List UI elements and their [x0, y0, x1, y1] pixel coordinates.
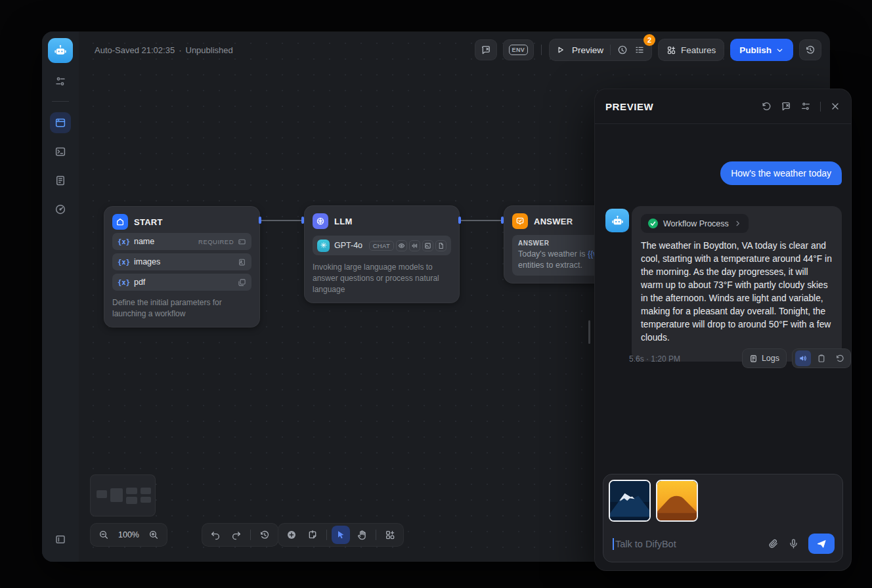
restart-conversation-icon[interactable] — [761, 101, 772, 112]
sidebar-item-logs[interactable] — [50, 170, 71, 191]
features-grid-icon — [666, 45, 676, 55]
change-history-icon[interactable] — [255, 526, 274, 544]
play-icon — [556, 45, 565, 54]
home-icon — [112, 214, 128, 230]
chat-input[interactable]: Talk to DifyBot — [615, 539, 676, 549]
start-field-name[interactable]: {x} name REQUIRED — [112, 233, 251, 250]
minimap-node — [141, 497, 151, 503]
toolbar-divider — [326, 530, 327, 540]
workflow-settings-icon[interactable] — [50, 71, 71, 92]
minimap-node — [110, 488, 123, 502]
answer-node-title: ANSWER — [534, 217, 573, 226]
answer-text-prefix: Today's weather is — [518, 249, 588, 259]
attachment-thumbnail-mountain-sunset[interactable] — [656, 480, 698, 522]
close-icon[interactable] — [830, 101, 840, 112]
chevron-right-icon — [734, 220, 741, 227]
hand-tool-icon[interactable] — [353, 526, 371, 544]
undo-icon[interactable] — [206, 526, 225, 544]
variable-icon: {x} — [118, 278, 130, 286]
add-node-icon[interactable] — [282, 526, 301, 544]
run-history-icon[interactable] — [617, 45, 628, 55]
attachment-thumbnail-mountain-night[interactable] — [609, 480, 651, 522]
message-ops — [792, 348, 851, 368]
bot-message-card: Workflow Process The weather in Boydton,… — [632, 206, 842, 362]
preview-run-button[interactable]: Preview — [572, 45, 603, 55]
autosave-time: Auto-Saved 21:02:35 — [95, 45, 175, 55]
llm-node-header: LLM — [313, 213, 451, 229]
bot-message-row: Workflow Process The weather in Boydton,… — [605, 206, 842, 362]
message-meta: 5.6s · 1:20 PM — [629, 354, 680, 364]
checklist-icon[interactable] — [634, 45, 645, 55]
sidebar-item-monitoring[interactable] — [50, 199, 71, 220]
canvas-tools — [278, 523, 404, 547]
llm-node-description: Invoking large language models to answer… — [313, 262, 451, 295]
field-name-label: name — [134, 237, 154, 246]
header-actions: ENV Preview 2 Features — [475, 39, 821, 61]
text-caret — [613, 538, 614, 550]
logs-button[interactable]: Logs — [742, 348, 787, 368]
app-logo-robot-icon[interactable] — [48, 38, 73, 63]
edge-start-llm — [261, 220, 304, 221]
env-icon: ENV — [509, 45, 528, 55]
regenerate-icon[interactable] — [832, 350, 848, 366]
header-divider — [541, 45, 542, 55]
canvas-minimap[interactable] — [90, 474, 156, 516]
minimap-node — [126, 488, 137, 494]
annotation-icon[interactable] — [781, 101, 791, 112]
canvas-scrollbar[interactable] — [588, 320, 590, 344]
organize-layout-icon[interactable] — [381, 526, 399, 544]
workflow-process-toggle[interactable]: Workflow Process — [641, 214, 749, 233]
zoom-in-icon[interactable] — [144, 526, 163, 544]
start-output-port[interactable] — [259, 217, 261, 224]
start-field-pdf[interactable]: {x} pdf — [112, 274, 251, 291]
speaker-icon[interactable] — [795, 350, 811, 366]
llm-output-port[interactable] — [458, 217, 461, 224]
attach-file-icon[interactable] — [768, 538, 779, 549]
attached-images — [609, 480, 837, 522]
node-llm[interactable]: LLM ✳ GPT-4o CHAT — [304, 205, 460, 303]
field-name-label: images — [134, 257, 160, 266]
redo-icon[interactable] — [227, 526, 246, 544]
model-name: GPT-4o — [334, 241, 362, 250]
image-capability-icon — [422, 240, 433, 251]
model-capability-badges: CHAT — [369, 240, 447, 251]
node-start[interactable]: START {x} name REQUIRED {x} images {x} p… — [104, 206, 260, 327]
chat-mode-badge: CHAT — [369, 241, 394, 251]
preview-settings-icon[interactable] — [800, 101, 811, 112]
publish-label: Publish — [739, 45, 772, 55]
bot-message-text: The weather in Boydton, VA today is clea… — [641, 240, 833, 345]
left-sidebar — [42, 32, 79, 562]
zoom-level[interactable]: 100% — [116, 530, 142, 539]
llm-model-row[interactable]: ✳ GPT-4o CHAT — [313, 236, 451, 255]
chat-messages-area: How's the weather today Workflow Process — [595, 124, 851, 474]
screen: Auto-Saved 21:02:35 · Unpublished ENV Pr… — [0, 0, 872, 588]
checklist-badge: 2 — [643, 34, 655, 46]
field-meta: REQUIRED — [198, 238, 246, 246]
env-variables-button[interactable]: ENV — [503, 39, 534, 60]
start-field-images[interactable]: {x} images — [112, 253, 251, 270]
version-history-button[interactable] — [799, 39, 821, 60]
undo-redo-controls — [202, 523, 278, 547]
preview-run-group: Preview 2 — [549, 39, 652, 61]
add-note-icon[interactable] — [303, 526, 322, 544]
microphone-icon[interactable] — [788, 538, 799, 549]
copy-icon[interactable] — [814, 350, 829, 366]
collapse-sidebar-icon[interactable] — [50, 529, 71, 550]
sidebar-item-api-terminal[interactable] — [50, 141, 71, 162]
start-node-description: Define the initial parameters for launch… — [112, 297, 251, 320]
annotation-button[interactable] — [475, 39, 497, 60]
minimap-node — [141, 488, 151, 494]
send-button[interactable] — [808, 534, 835, 554]
llm-input-port[interactable] — [301, 217, 304, 224]
message-actions: Logs — [742, 348, 851, 368]
features-button[interactable]: Features — [658, 39, 724, 61]
start-node-header: START — [112, 214, 251, 230]
publish-button[interactable]: Publish — [730, 39, 793, 61]
zoom-out-icon[interactable] — [95, 526, 113, 544]
success-check-icon — [648, 219, 658, 228]
pointer-tool-icon[interactable] — [332, 526, 350, 544]
sidebar-item-orchestrate[interactable] — [50, 112, 71, 133]
answer-input-port[interactable] — [501, 217, 504, 224]
zoom-controls: 100% — [90, 523, 167, 547]
chevron-down-icon — [775, 46, 784, 54]
